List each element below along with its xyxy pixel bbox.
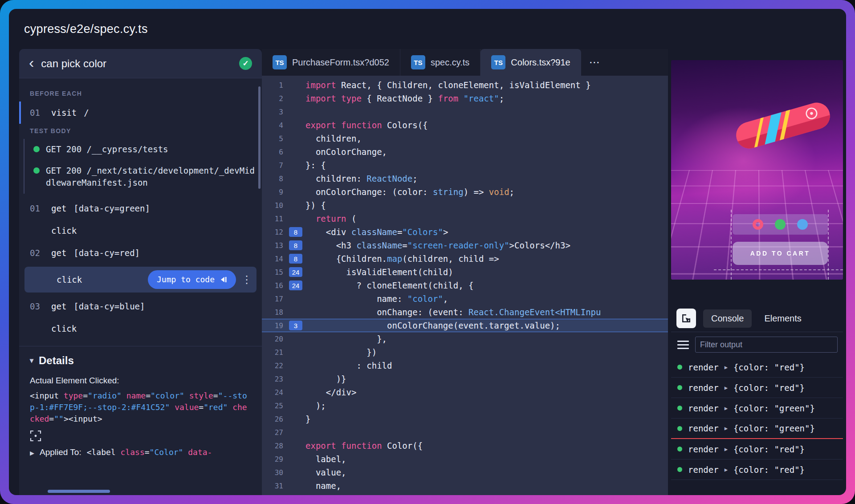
line-number: 14 <box>262 255 286 263</box>
editor-tab[interactable]: TSspec.cy.ts <box>400 49 480 76</box>
color-swatch[interactable] <box>753 219 763 230</box>
applied-to-snippet: <label class="Color" data- <box>87 447 212 457</box>
details-title: Details <box>39 354 74 367</box>
reporter-scrollbar[interactable] <box>258 86 261 189</box>
color-swatch[interactable] <box>797 219 808 230</box>
add-to-cart-button[interactable]: ADD TO CART <box>733 242 828 265</box>
devtools-tab-elements[interactable]: Elements <box>756 309 809 328</box>
filter-output-input[interactable] <box>695 337 838 353</box>
code-line: 31 name, <box>262 479 668 492</box>
log-object: {color: "red"} <box>733 444 805 454</box>
line-number: 30 <box>262 468 286 477</box>
line-number: 17 <box>262 295 286 303</box>
editor-tab[interactable]: TSColors.tsx?91e <box>480 49 581 76</box>
details-horizontal-scrollbar[interactable] <box>48 490 110 493</box>
code-line: 10}) { <box>262 199 668 212</box>
code-editor[interactable]: 1import React, { Children, cloneElement,… <box>262 76 668 495</box>
code-line: 128 <div className="Colors"> <box>262 225 668 239</box>
line-number: 21 <box>262 348 286 357</box>
expand-arrow-icon[interactable]: ▶ <box>725 425 728 431</box>
line-number: 3 <box>262 108 286 116</box>
code-line: 20 }, <box>262 332 668 345</box>
command-row[interactable]: 03get[data-cy=blue] <box>19 295 262 317</box>
line-number: 2 <box>262 94 286 103</box>
code-line: 22 : child <box>262 359 668 372</box>
details-header[interactable]: ▾ Details <box>30 354 251 367</box>
applied-to-row[interactable]: ▶ Applied To: <label class="Color" data- <box>30 447 251 457</box>
command-row[interactable]: 02get[data-cy=red] <box>19 242 262 264</box>
expand-arrow-icon[interactable]: ▶ <box>725 405 728 411</box>
code-line: 1524 isValidElement(child) <box>262 265 668 279</box>
log-label: render <box>688 403 719 413</box>
tab-filename: PurchaseForm.tsx?d052 <box>292 57 389 68</box>
inspect-element-button[interactable] <box>676 309 696 328</box>
line-number: 26 <box>262 415 286 423</box>
typescript-icon: TS <box>273 55 287 69</box>
line-number: 16 <box>262 281 286 290</box>
command-row[interactable]: click <box>19 219 262 242</box>
expand-arrow-icon[interactable]: ▶ <box>725 467 728 473</box>
command-number: 01 <box>30 108 51 118</box>
tabs-overflow-button[interactable]: ⋯ <box>581 49 609 76</box>
code-line: 9 onColorChange: (color: string) => void… <box>262 185 668 199</box>
editor-tab-bar: TSPurchaseForm.tsx?d052TSspec.cy.tsTSCol… <box>262 49 668 76</box>
devtools-panel: ConsoleElements render▶{color: "red"}ren… <box>671 304 843 495</box>
back-chevron-icon[interactable]: ‹ <box>29 55 34 70</box>
console-log-row[interactable]: render▶{color: "red"} <box>671 439 843 459</box>
route-text: GET 200 /__cypress/tests <box>46 143 168 156</box>
devtools-tab-console[interactable]: Console <box>703 309 752 328</box>
typescript-icon: TS <box>491 55 505 69</box>
coverage-badge[interactable]: 8 <box>289 254 302 264</box>
expand-arrow-icon[interactable]: ▶ <box>725 364 728 370</box>
expand-arrow-icon[interactable]: ▶ <box>725 385 728 391</box>
command-name: get <box>51 203 66 213</box>
test-title: can pick color <box>41 57 232 70</box>
coverage-badge[interactable]: 3 <box>289 321 302 330</box>
crosshair-icon[interactable] <box>30 430 251 444</box>
command-name: get <box>51 248 66 258</box>
jump-to-code-button[interactable]: Jump to code <box>148 270 236 289</box>
coverage-badge[interactable]: 8 <box>289 227 302 237</box>
command-name: click <box>51 226 77 236</box>
log-object: {color: "red"} <box>733 362 805 372</box>
code-line: 17 name: "color", <box>262 292 668 305</box>
line-number: 22 <box>262 362 286 370</box>
coverage-badge[interactable]: 8 <box>289 240 302 250</box>
code-editor-panel: TSPurchaseForm.tsx?d052TSspec.cy.tsTSCol… <box>262 49 668 495</box>
command-row[interactable]: 01visit/ <box>19 102 262 124</box>
console-log-row[interactable]: render▶{color: "red"} <box>671 378 843 398</box>
line-number: 15 <box>262 268 286 276</box>
console-log-row[interactable]: render▶{color: "red"} <box>671 459 843 480</box>
line-number: 11 <box>262 215 286 223</box>
code-line: 138 <h3 className="screen-reader-only">C… <box>262 239 668 252</box>
code-line: 21 }) <box>262 345 668 359</box>
log-object: {color: "green"} <box>733 423 815 433</box>
command-menu-icon[interactable]: ⋮ <box>241 273 252 286</box>
coverage-badge[interactable]: 24 <box>289 267 302 277</box>
expand-arrow-icon[interactable]: ▶ <box>725 446 728 452</box>
console-log-row[interactable]: render▶{color: "green"} <box>671 398 843 419</box>
code-line: 5 children, <box>262 132 668 145</box>
command-row[interactable]: clickJump to code⋮ <box>24 267 256 293</box>
color-swatch-row <box>733 214 828 235</box>
menu-icon[interactable] <box>677 344 689 345</box>
line-number: 7 <box>262 161 286 170</box>
code-line: 24 </div> <box>262 386 668 399</box>
code-line: 7}: { <box>262 159 668 172</box>
command-row[interactable]: click <box>19 317 262 340</box>
editor-tab[interactable]: TSPurchaseForm.tsx?d052 <box>262 49 400 76</box>
log-status-dot <box>677 467 682 472</box>
color-swatch[interactable] <box>775 219 786 230</box>
line-number: 24 <box>262 388 286 397</box>
coverage-badge[interactable]: 24 <box>289 280 302 290</box>
console-log-row[interactable]: render▶{color: "red"} <box>671 357 843 378</box>
command-args: [data-cy=red] <box>73 248 140 258</box>
tab-filename: Colors.tsx?91e <box>511 57 570 68</box>
command-row[interactable]: 01get[data-cy=green] <box>19 197 262 219</box>
network-route-row[interactable]: GET 200 /_next/static/development/_devMi… <box>26 160 262 194</box>
devtools-tabs: ConsoleElements <box>703 309 810 328</box>
network-route-row[interactable]: GET 200 /__cypress/tests <box>26 139 262 160</box>
console-log-row[interactable]: render▶{color: "green"} <box>671 419 843 439</box>
command-args: [data-cy=blue] <box>73 301 145 311</box>
line-number: 8 <box>262 175 286 183</box>
